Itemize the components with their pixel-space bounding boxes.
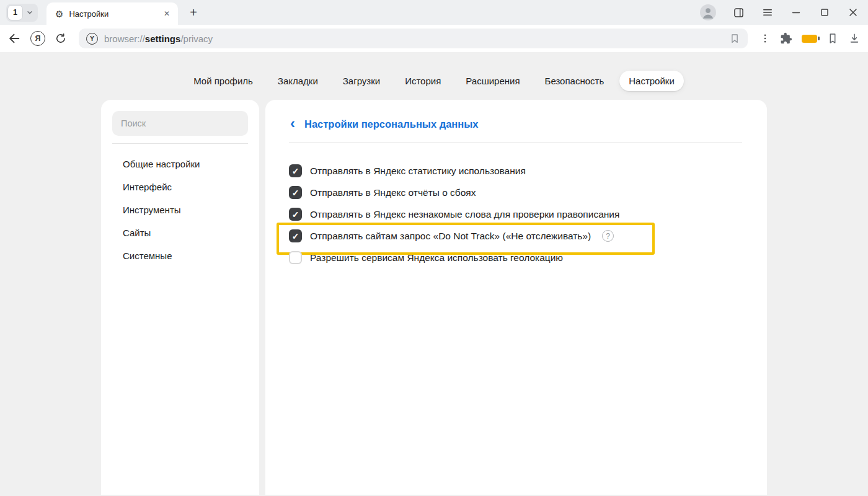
tab-profile[interactable]: Мой профиль <box>184 71 262 91</box>
close-icon <box>847 6 859 19</box>
menu-button[interactable] <box>761 6 774 19</box>
hamburger-icon <box>761 6 774 19</box>
reload-icon <box>55 32 67 45</box>
url-scheme: browser:// <box>104 33 145 44</box>
url-highlight: settings <box>145 33 181 44</box>
sidebar-item-system[interactable]: Системные <box>112 244 248 267</box>
settings-nav-tabs: Мой профиль Закладки Загрузки История Ра… <box>0 52 868 91</box>
privacy-settings-panel: ‹ Настройки персональных данных Отправля… <box>265 100 767 495</box>
more-button[interactable] <box>760 33 771 44</box>
setting-row-spellcheck-words: Отправлять в Яндекс незнакомые слова для… <box>289 203 619 225</box>
maximize-button[interactable] <box>818 6 831 19</box>
collections-button[interactable] <box>826 32 839 45</box>
back-chevron-icon[interactable]: ‹ <box>289 116 296 131</box>
download-icon <box>848 32 861 45</box>
checkbox-label: Разрешить сервисам Яндекса использовать … <box>310 252 563 264</box>
url-text: browser://settings/privacy <box>104 33 213 44</box>
setting-row-do-not-track: Отправлять сайтам запрос «Do Not Track» … <box>289 225 614 247</box>
address-bar[interactable]: Y browser://settings/privacy <box>79 29 748 48</box>
extensions-button[interactable] <box>780 32 792 45</box>
sidebar-icon <box>732 6 745 19</box>
tab-bookmarks[interactable]: Закладки <box>268 71 327 91</box>
checkbox[interactable] <box>289 251 302 264</box>
url-path: /privacy <box>180 33 213 44</box>
cards-area: Общие настройки Интерфейс Инструменты Са… <box>101 100 767 495</box>
checkbox[interactable] <box>289 208 302 221</box>
tab-security[interactable]: Безопасность <box>536 71 614 91</box>
yandex-logo[interactable]: Я <box>30 31 45 46</box>
new-tab-button[interactable]: + <box>185 4 202 20</box>
sidebar-divider <box>112 143 248 144</box>
page-title: Настройки персональных данных <box>304 118 479 130</box>
bookmark-icon <box>729 33 740 44</box>
reload-button[interactable] <box>55 32 67 45</box>
flag-icon <box>826 32 839 45</box>
minimize-button[interactable] <box>790 6 802 19</box>
checkbox[interactable] <box>289 164 302 177</box>
sidebar-list: Общие настройки Интерфейс Инструменты Са… <box>112 153 248 267</box>
close-window-button[interactable] <box>847 6 859 19</box>
toolbar: Я Y browser://settings/privacy <box>0 25 868 52</box>
page-header: ‹ Настройки персональных данных <box>289 112 742 136</box>
maximize-icon <box>818 6 831 19</box>
user-icon <box>700 4 716 20</box>
sidebar-item-tools[interactable]: Инструменты <box>112 198 248 221</box>
battery-icon <box>802 35 817 43</box>
checkbox-label: Отправлять в Яндекс статистику использов… <box>310 166 526 177</box>
battery-saver-button[interactable] <box>802 35 817 43</box>
profile-avatar[interactable] <box>700 4 716 20</box>
tab-history[interactable]: История <box>396 71 450 91</box>
settings-page: Мой профиль Закладки Загрузки История Ра… <box>0 52 868 496</box>
puzzle-icon <box>780 32 792 45</box>
chevron-down-icon <box>23 9 37 16</box>
back-button[interactable] <box>7 32 21 45</box>
checkbox[interactable] <box>289 229 302 242</box>
tab-strip-right <box>700 0 862 25</box>
tab-list-button[interactable]: 1 <box>6 4 38 22</box>
tab-count: 1 <box>7 5 23 20</box>
minimize-icon <box>790 6 802 19</box>
tab-title: Настройки <box>69 9 156 19</box>
search-input[interactable] <box>112 111 248 136</box>
site-favicon: Y <box>86 33 98 45</box>
tab-downloads[interactable]: Загрузки <box>334 71 389 91</box>
setting-row-usage-stats: Отправлять в Яндекс статистику использов… <box>289 160 526 182</box>
checkbox-label: Отправлять сайтам запрос «Do Not Track» … <box>310 231 591 242</box>
active-browser-tab[interactable]: ⚙ Настройки ✕ <box>46 2 178 25</box>
settings-sidebar: Общие настройки Интерфейс Инструменты Са… <box>101 100 259 495</box>
tab-settings[interactable]: Настройки <box>619 71 684 91</box>
back-arrow-icon <box>7 32 21 45</box>
setting-row-crash-reports: Отправлять в Яндекс отчёты о сбоях <box>289 182 476 203</box>
help-icon[interactable]: ? <box>602 230 614 242</box>
sidebar-item-sites[interactable]: Сайты <box>112 221 248 244</box>
gear-icon: ⚙ <box>55 9 63 19</box>
tab-strip-left: 1 ⚙ Настройки ✕ + <box>6 0 202 25</box>
checkbox-list: Отправлять в Яндекс статистику использов… <box>289 160 742 268</box>
tab-extensions[interactable]: Расширения <box>456 71 529 91</box>
checkbox[interactable] <box>289 186 302 199</box>
downloads-button[interactable] <box>848 32 861 45</box>
tab-strip: 1 ⚙ Настройки ✕ + <box>0 0 868 25</box>
checkbox-label: Отправлять в Яндекс незнакомые слова для… <box>310 209 619 220</box>
checkbox-label: Отправлять в Яндекс отчёты о сбоях <box>310 187 476 198</box>
sidebar-item-general[interactable]: Общие настройки <box>112 153 248 175</box>
header-divider <box>289 142 742 143</box>
setting-row-geolocation: Разрешить сервисам Яндекса использовать … <box>289 247 563 268</box>
dots-vertical-icon <box>760 33 771 44</box>
bookmark-button[interactable] <box>729 33 740 44</box>
bookmarks-sidebar-button[interactable] <box>732 6 745 19</box>
sidebar-item-interface[interactable]: Интерфейс <box>112 175 248 198</box>
close-tab-icon[interactable]: ✕ <box>162 7 172 20</box>
